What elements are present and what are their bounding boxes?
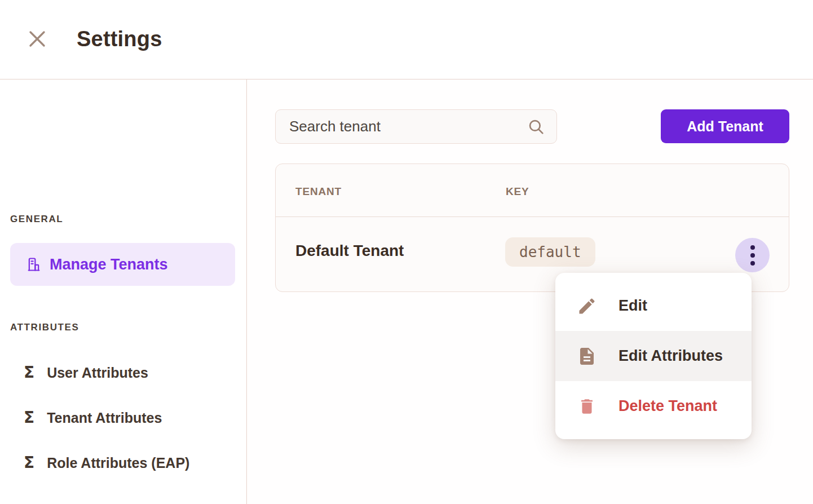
tenant-key-badge: default xyxy=(505,237,595,267)
menu-item-label: Delete Tenant xyxy=(618,397,717,415)
sigma-icon: Σ xyxy=(24,455,34,471)
sigma-icon: Σ xyxy=(24,365,34,381)
sidebar-item-label: Tenant Attributes xyxy=(47,410,162,426)
menu-item-edit[interactable]: Edit xyxy=(555,281,752,331)
sidebar-item-label: User Attributes xyxy=(47,365,148,381)
settings-page: Settings GENERAL Manage Tenants ATTRIBUT… xyxy=(0,0,813,504)
x-icon xyxy=(26,28,48,51)
sidebar-item-role-attributes[interactable]: Σ Role Attributes (EAP) xyxy=(24,449,232,476)
top-bar: Settings xyxy=(0,0,813,79)
kebab-menu-icon xyxy=(750,245,755,266)
column-header-tenant: TENANT xyxy=(295,185,342,198)
sigma-icon: Σ xyxy=(24,410,34,426)
search-wrap xyxy=(275,109,557,144)
menu-item-delete-tenant[interactable]: Delete Tenant xyxy=(555,381,752,431)
add-tenant-button[interactable]: Add Tenant xyxy=(661,109,789,143)
pencil-icon xyxy=(576,295,598,317)
document-icon xyxy=(576,345,598,368)
sidebar-section-general: GENERAL xyxy=(10,214,63,225)
menu-item-label: Edit Attributes xyxy=(618,347,723,365)
sidebar-item-label: Role Attributes (EAP) xyxy=(47,455,189,471)
table-header-row: TENANT KEY xyxy=(276,164,789,217)
sidebar-item-tenant-attributes[interactable]: Σ Tenant Attributes xyxy=(24,404,232,431)
menu-item-label: Edit xyxy=(618,297,647,315)
row-actions-button[interactable] xyxy=(735,238,770,272)
sidebar-item-label: Manage Tenants xyxy=(50,256,168,273)
page-title: Settings xyxy=(77,27,162,51)
row-context-menu: Edit Edit Attributes Delete Tenant xyxy=(555,273,752,439)
close-button[interactable] xyxy=(25,27,50,52)
tenant-name-cell: Default Tenant xyxy=(295,242,404,260)
building-icon xyxy=(26,257,42,272)
search-input[interactable] xyxy=(275,109,557,144)
sidebar-item-user-attributes[interactable]: Σ User Attributes xyxy=(24,359,232,386)
sidebar: GENERAL Manage Tenants ATTRIBUTES Σ User… xyxy=(0,79,247,504)
trash-icon xyxy=(576,395,598,418)
sidebar-section-attributes: ATTRIBUTES xyxy=(10,322,79,333)
column-header-key: KEY xyxy=(506,185,529,198)
sidebar-item-manage-tenants[interactable]: Manage Tenants xyxy=(10,243,235,286)
menu-item-edit-attributes[interactable]: Edit Attributes xyxy=(555,331,752,381)
